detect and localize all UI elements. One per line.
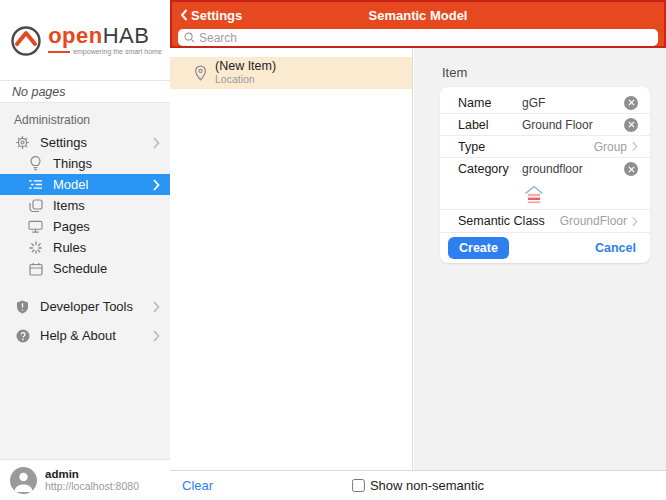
shield-icon xyxy=(14,299,31,315)
back-button[interactable]: Settings xyxy=(180,8,242,23)
item-form-card: Name Label Type Group xyxy=(440,87,650,263)
bottom-bar: Clear Show non-semantic xyxy=(170,470,666,500)
tree-item-subtitle: Location xyxy=(215,73,276,86)
sidebar-item-label: Pages xyxy=(53,219,90,234)
sidebar-item-pages[interactable]: Pages xyxy=(0,216,170,237)
sidebar-item-things[interactable]: Things xyxy=(0,153,170,174)
sidebar-item-rules[interactable]: Rules xyxy=(0,237,170,258)
logo-brand-open: open xyxy=(48,23,103,48)
sidebar-item-schedule[interactable]: Schedule xyxy=(0,258,170,279)
form-row-label: Label xyxy=(440,114,650,136)
form-row-category: Category xyxy=(440,158,650,180)
clear-icon[interactable] xyxy=(624,96,638,110)
create-button[interactable]: Create xyxy=(448,237,509,259)
header: Settings Semantic Model xyxy=(170,0,666,48)
openhab-logo-icon xyxy=(8,22,44,58)
chevron-right-icon xyxy=(152,179,160,191)
gear-icon xyxy=(14,135,31,151)
field-label: Label xyxy=(458,118,522,132)
field-label: Category xyxy=(458,162,522,176)
no-pages-label: No pages xyxy=(0,80,170,103)
openhab-admin-app: openHAB empowering the smart home No pag… xyxy=(0,0,666,500)
search-input[interactable] xyxy=(199,31,652,45)
sidebar: openHAB empowering the smart home No pag… xyxy=(0,0,170,500)
field-label: Name xyxy=(458,96,522,110)
field-label: Semantic Class xyxy=(458,214,545,228)
show-non-semantic-label: Show non-semantic xyxy=(370,478,484,493)
pages-display-icon xyxy=(27,219,44,235)
openhab-logo: openHAB empowering the smart home xyxy=(8,22,162,58)
form-row-name: Name xyxy=(440,92,650,114)
clear-icon[interactable] xyxy=(624,118,638,132)
logo-tagline-dash xyxy=(48,51,70,53)
lightbulb-icon xyxy=(27,156,44,172)
logo-area: openHAB empowering the smart home xyxy=(0,0,170,80)
section-label-administration: Administration xyxy=(0,108,170,132)
sidebar-item-items[interactable]: Items xyxy=(0,195,170,216)
form-row-type[interactable]: Type Group xyxy=(440,136,650,158)
sidebar-item-label: Model xyxy=(53,177,88,192)
logo-tagline: empowering the smart home xyxy=(73,48,162,55)
model-tree-icon xyxy=(27,177,44,193)
sidebar-item-label: Things xyxy=(53,156,92,171)
groundfloor-house-icon xyxy=(522,183,546,207)
model-tree-panel: (New Item) Location xyxy=(170,48,413,470)
sidebar-item-settings[interactable]: Settings xyxy=(0,132,170,153)
account-row[interactable]: admin http://localhost:8080 xyxy=(0,459,170,500)
schedule-calendar-icon xyxy=(27,261,44,277)
items-copy-icon xyxy=(27,198,44,214)
item-detail-panel: Item Name Label Type Group xyxy=(414,48,666,470)
rules-sparkle-icon xyxy=(27,240,44,256)
avatar xyxy=(10,467,37,494)
sidebar-item-label: Rules xyxy=(53,240,86,255)
search-bar[interactable] xyxy=(178,29,658,46)
name-field[interactable] xyxy=(522,96,624,110)
question-circle-icon xyxy=(14,328,31,344)
sidebar-item-model[interactable]: Model xyxy=(0,174,170,195)
sidebar-menu: Administration Settings xyxy=(0,103,170,350)
chevron-right-icon xyxy=(631,216,638,227)
show-non-semantic-toggle: Show non-semantic xyxy=(352,478,484,493)
chevron-right-icon xyxy=(152,330,160,342)
account-username: admin xyxy=(45,468,139,480)
location-pin-icon xyxy=(194,65,207,81)
back-button-label: Settings xyxy=(191,8,242,23)
show-non-semantic-checkbox[interactable] xyxy=(352,479,365,492)
search-icon xyxy=(184,32,195,43)
card-footer: Create Cancel xyxy=(440,232,650,263)
logo-brand-hab: HAB xyxy=(103,23,150,48)
sidebar-item-label: Settings xyxy=(40,135,87,150)
clear-selection-link[interactable]: Clear xyxy=(182,478,213,493)
sidebar-item-help-about[interactable]: Help & About xyxy=(0,321,170,350)
label-field[interactable] xyxy=(522,118,624,132)
tree-item-new-item[interactable]: (New Item) Location xyxy=(170,57,412,89)
tree-item-title: (New Item) xyxy=(215,60,276,73)
sidebar-item-label: Help & About xyxy=(40,328,116,343)
sidebar-item-label: Items xyxy=(53,198,85,213)
sidebar-item-developer-tools[interactable]: Developer Tools xyxy=(0,292,170,321)
category-icon-row xyxy=(440,180,650,210)
category-field[interactable] xyxy=(522,162,624,176)
cancel-button[interactable]: Cancel xyxy=(595,241,636,255)
detail-panel-title: Item xyxy=(442,65,666,80)
sidebar-item-label: Schedule xyxy=(53,261,107,276)
chevron-right-icon xyxy=(152,137,160,149)
clear-icon[interactable] xyxy=(624,162,638,176)
page-title: Semantic Model xyxy=(172,8,664,23)
semantic-class-value: GroundFloor xyxy=(560,214,627,228)
type-value: Group xyxy=(594,140,627,154)
form-row-semantic-class[interactable]: Semantic Class GroundFloor xyxy=(440,210,650,232)
account-url: http://localhost:8080 xyxy=(45,480,139,492)
sidebar-item-label: Developer Tools xyxy=(40,299,133,314)
chevron-right-icon xyxy=(631,141,638,152)
field-label: Type xyxy=(458,140,522,154)
chevron-left-icon xyxy=(180,9,188,21)
chevron-right-icon xyxy=(152,301,160,313)
